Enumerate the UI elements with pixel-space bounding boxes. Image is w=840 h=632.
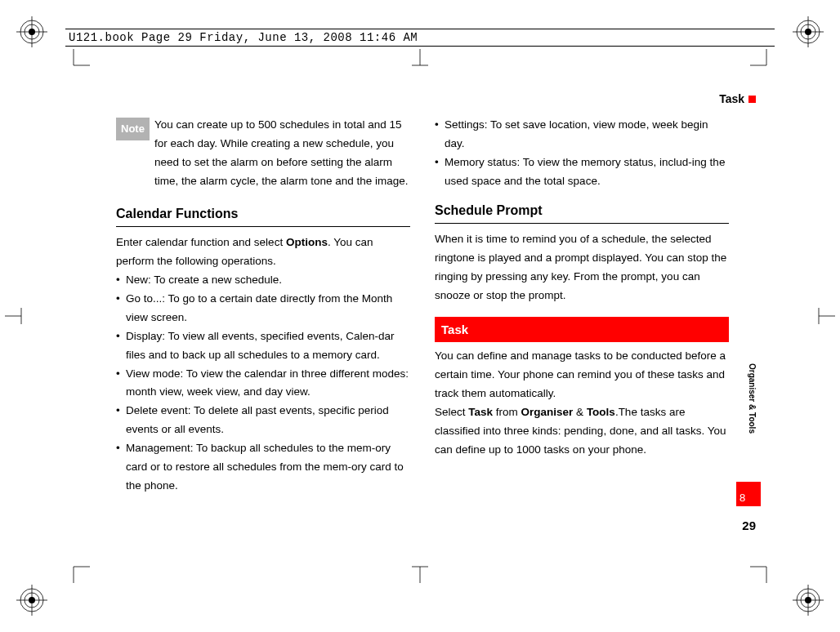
schedule-prompt-body: When it is time to remind you of a sched… bbox=[435, 230, 729, 305]
text-bold: Organiser bbox=[521, 406, 574, 418]
calendar-functions-heading: Calendar Functions bbox=[116, 203, 410, 227]
running-header-text: Task bbox=[719, 92, 744, 105]
text: from bbox=[493, 406, 521, 418]
list-item: Display: To view all events, specified e… bbox=[116, 327, 410, 365]
crop-mark-icon bbox=[5, 300, 38, 332]
crop-mark-icon bbox=[750, 550, 783, 583]
chapter-number: 8 bbox=[739, 492, 745, 504]
calendar-bullet-list: New: To create a new schedule. Go to...:… bbox=[116, 271, 410, 496]
note-label: Note bbox=[116, 118, 150, 140]
crop-mark-icon bbox=[57, 49, 90, 82]
registration-mark-icon bbox=[16, 16, 47, 47]
chapter-tab: 8 bbox=[736, 482, 761, 506]
crop-mark-icon bbox=[802, 300, 835, 332]
list-item: Settings: To set save location, view mod… bbox=[435, 116, 729, 154]
text: Select bbox=[435, 406, 468, 418]
continued-bullet-list: Settings: To set save location, view mod… bbox=[435, 116, 729, 191]
text: & bbox=[573, 406, 587, 418]
list-item: Delete event: To delete all past events,… bbox=[116, 402, 410, 439]
text: Enter calendar function and select bbox=[116, 236, 286, 248]
crop-mark-icon bbox=[404, 49, 436, 82]
crop-mark-icon bbox=[404, 550, 436, 583]
right-column: Settings: To set save location, view mod… bbox=[435, 116, 729, 496]
left-column: Note You can create up to 500 schedules … bbox=[116, 116, 410, 496]
task-paragraph-2: Select Task from Organiser & Tools.The t… bbox=[435, 403, 729, 460]
note-body: You can create up to 500 schedules in to… bbox=[154, 116, 410, 191]
task-paragraph-1: You can define and manage tasks to be co… bbox=[435, 347, 729, 403]
list-item: Memory status: To view the memory status… bbox=[435, 154, 729, 191]
registration-mark-icon bbox=[793, 585, 824, 616]
text-bold: Tools bbox=[587, 406, 615, 418]
framemaker-header: U121.book Page 29 Friday, June 13, 2008 … bbox=[65, 29, 775, 47]
text-bold: Task bbox=[468, 406, 493, 418]
task-section-banner: Task bbox=[435, 317, 729, 343]
side-section-label: Organiser & Tools bbox=[748, 363, 757, 434]
header-text: U121.book Page 29 Friday, June 13, 2008 … bbox=[69, 31, 418, 44]
text-bold: Options bbox=[286, 236, 328, 248]
list-item: New: To create a new schedule. bbox=[116, 271, 410, 290]
note-box: Note You can create up to 500 schedules … bbox=[116, 116, 410, 191]
crop-mark-icon bbox=[750, 49, 783, 82]
page-number: 29 bbox=[742, 519, 756, 532]
registration-mark-icon bbox=[16, 585, 47, 616]
running-header: Task bbox=[719, 92, 756, 105]
body-columns: Note You can create up to 500 schedules … bbox=[116, 116, 729, 496]
list-item: View mode: To view the calendar in three… bbox=[116, 365, 410, 403]
schedule-prompt-heading: Schedule Prompt bbox=[435, 199, 729, 224]
list-item: Go to...: To go to a certain date direct… bbox=[116, 290, 410, 327]
registration-mark-icon bbox=[793, 16, 824, 47]
crop-mark-icon bbox=[57, 550, 90, 583]
calendar-intro: Enter calendar function and select Optio… bbox=[116, 234, 410, 271]
list-item: Management: To backup all schedules to t… bbox=[116, 439, 410, 496]
section-square-icon bbox=[748, 96, 756, 103]
